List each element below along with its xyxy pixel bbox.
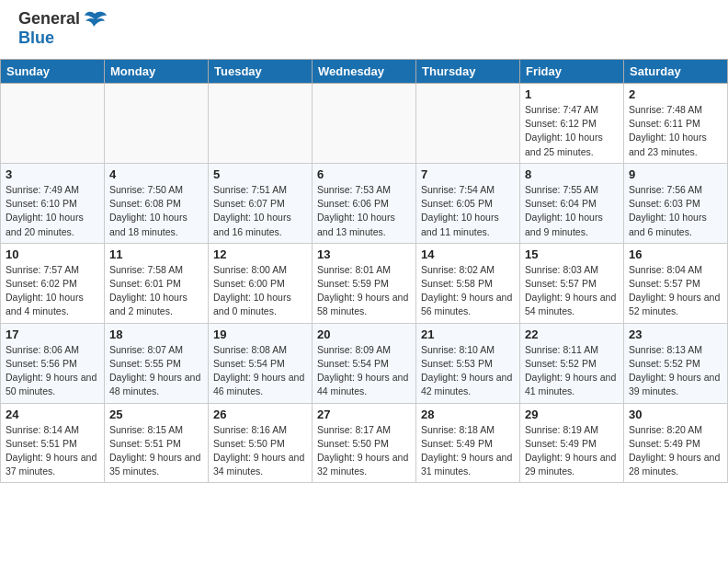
day-number: 11 [109, 247, 203, 261]
day-number: 29 [525, 408, 619, 421]
day-number: 6 [317, 167, 411, 181]
day-number: 15 [525, 247, 619, 261]
calendar-cell: 6Sunrise: 7:53 AM Sunset: 6:06 PM Daylig… [313, 163, 416, 243]
calendar-cell: 20Sunrise: 8:09 AM Sunset: 5:54 PM Dayli… [313, 323, 416, 403]
day-number: 13 [317, 247, 411, 261]
day-info: Sunrise: 8:01 AM Sunset: 5:59 PM Dayligh… [317, 263, 411, 319]
col-header-sunday: Sunday [1, 60, 105, 84]
col-header-wednesday: Wednesday [313, 60, 416, 84]
day-number: 2 [629, 87, 722, 101]
calendar-cell: 2Sunrise: 7:48 AM Sunset: 6:11 PM Daylig… [624, 84, 728, 164]
day-info: Sunrise: 8:19 AM Sunset: 5:49 PM Dayligh… [525, 423, 619, 479]
col-header-saturday: Saturday [624, 60, 728, 84]
day-number: 27 [317, 408, 411, 421]
day-number: 17 [6, 327, 99, 341]
day-info: Sunrise: 8:00 AM Sunset: 6:00 PM Dayligh… [213, 263, 307, 319]
logo-general-text: General [18, 9, 80, 29]
day-number: 14 [421, 247, 515, 261]
day-info: Sunrise: 7:54 AM Sunset: 6:05 PM Dayligh… [421, 183, 515, 239]
day-number: 12 [213, 247, 307, 261]
day-number: 23 [629, 327, 722, 341]
calendar-cell: 10Sunrise: 7:57 AM Sunset: 6:02 PM Dayli… [1, 243, 105, 323]
calendar-cell: 1Sunrise: 7:47 AM Sunset: 6:12 PM Daylig… [520, 84, 624, 164]
calendar-cell [105, 84, 209, 164]
week-row-4: 17Sunrise: 8:06 AM Sunset: 5:56 PM Dayli… [1, 323, 728, 403]
day-info: Sunrise: 7:50 AM Sunset: 6:08 PM Dayligh… [109, 183, 203, 239]
day-number: 3 [6, 167, 99, 181]
day-number: 5 [213, 167, 307, 181]
day-number: 20 [317, 327, 411, 341]
calendar-cell: 17Sunrise: 8:06 AM Sunset: 5:56 PM Dayli… [1, 323, 105, 403]
day-info: Sunrise: 8:10 AM Sunset: 5:53 PM Dayligh… [421, 343, 515, 399]
day-number: 19 [213, 327, 307, 341]
calendar-cell [1, 84, 105, 164]
calendar-cell: 21Sunrise: 8:10 AM Sunset: 5:53 PM Dayli… [416, 323, 520, 403]
calendar-cell: 8Sunrise: 7:55 AM Sunset: 6:04 PM Daylig… [520, 163, 624, 243]
day-info: Sunrise: 8:06 AM Sunset: 5:56 PM Dayligh… [6, 343, 99, 399]
day-number: 25 [109, 408, 203, 421]
day-number: 30 [629, 408, 722, 421]
calendar-cell: 13Sunrise: 8:01 AM Sunset: 5:59 PM Dayli… [313, 243, 416, 323]
calendar-cell: 24Sunrise: 8:14 AM Sunset: 5:51 PM Dayli… [1, 403, 105, 483]
day-info: Sunrise: 7:58 AM Sunset: 6:01 PM Dayligh… [109, 263, 203, 319]
day-info: Sunrise: 8:20 AM Sunset: 5:49 PM Dayligh… [629, 423, 722, 479]
day-info: Sunrise: 8:15 AM Sunset: 5:51 PM Dayligh… [109, 423, 203, 479]
col-header-friday: Friday [520, 60, 624, 84]
calendar-cell: 29Sunrise: 8:19 AM Sunset: 5:49 PM Dayli… [520, 403, 624, 483]
calendar-cell [209, 84, 313, 164]
week-row-3: 10Sunrise: 7:57 AM Sunset: 6:02 PM Dayli… [1, 243, 728, 323]
day-number: 16 [629, 247, 722, 261]
day-number: 26 [213, 408, 307, 421]
calendar-cell [313, 84, 416, 164]
calendar-cell: 25Sunrise: 8:15 AM Sunset: 5:51 PM Dayli… [105, 403, 209, 483]
day-number: 1 [525, 87, 619, 101]
day-info: Sunrise: 8:18 AM Sunset: 5:49 PM Dayligh… [421, 423, 515, 479]
day-info: Sunrise: 8:16 AM Sunset: 5:50 PM Dayligh… [213, 423, 307, 479]
day-info: Sunrise: 8:08 AM Sunset: 5:54 PM Dayligh… [213, 343, 307, 399]
logo: General Blue [18, 9, 108, 48]
day-info: Sunrise: 7:57 AM Sunset: 6:02 PM Dayligh… [6, 263, 99, 319]
location [0, 52, 728, 59]
calendar-cell: 19Sunrise: 8:08 AM Sunset: 5:54 PM Dayli… [209, 323, 313, 403]
day-info: Sunrise: 8:14 AM Sunset: 5:51 PM Dayligh… [6, 423, 99, 479]
day-info: Sunrise: 8:09 AM Sunset: 5:54 PM Dayligh… [317, 343, 411, 399]
week-row-1: 1Sunrise: 7:47 AM Sunset: 6:12 PM Daylig… [1, 84, 728, 164]
col-header-tuesday: Tuesday [209, 60, 313, 84]
day-info: Sunrise: 8:13 AM Sunset: 5:52 PM Dayligh… [629, 343, 722, 399]
calendar-cell: 30Sunrise: 8:20 AM Sunset: 5:49 PM Dayli… [624, 403, 728, 483]
header: General Blue [0, 0, 728, 52]
calendar-cell: 16Sunrise: 8:04 AM Sunset: 5:57 PM Dayli… [624, 243, 728, 323]
calendar-cell: 3Sunrise: 7:49 AM Sunset: 6:10 PM Daylig… [1, 163, 105, 243]
calendar-cell: 27Sunrise: 8:17 AM Sunset: 5:50 PM Dayli… [313, 403, 416, 483]
day-number: 4 [109, 167, 203, 181]
day-info: Sunrise: 8:07 AM Sunset: 5:55 PM Dayligh… [109, 343, 203, 399]
calendar-cell: 14Sunrise: 8:02 AM Sunset: 5:58 PM Dayli… [416, 243, 520, 323]
day-number: 24 [6, 408, 99, 421]
day-number: 28 [421, 408, 515, 421]
day-info: Sunrise: 7:49 AM Sunset: 6:10 PM Dayligh… [6, 183, 99, 239]
calendar-table: SundayMondayTuesdayWednesdayThursdayFrid… [0, 59, 728, 483]
day-number: 21 [421, 327, 515, 341]
calendar-cell: 22Sunrise: 8:11 AM Sunset: 5:52 PM Dayli… [520, 323, 624, 403]
day-number: 18 [109, 327, 203, 341]
week-row-5: 24Sunrise: 8:14 AM Sunset: 5:51 PM Dayli… [1, 403, 728, 483]
calendar-cell: 28Sunrise: 8:18 AM Sunset: 5:49 PM Dayli… [416, 403, 520, 483]
calendar-cell: 9Sunrise: 7:56 AM Sunset: 6:03 PM Daylig… [624, 163, 728, 243]
day-info: Sunrise: 7:53 AM Sunset: 6:06 PM Dayligh… [317, 183, 411, 239]
calendar-cell: 12Sunrise: 8:00 AM Sunset: 6:00 PM Dayli… [209, 243, 313, 323]
day-info: Sunrise: 8:04 AM Sunset: 5:57 PM Dayligh… [629, 263, 722, 319]
calendar-cell: 7Sunrise: 7:54 AM Sunset: 6:05 PM Daylig… [416, 163, 520, 243]
day-info: Sunrise: 7:55 AM Sunset: 6:04 PM Dayligh… [525, 183, 619, 239]
day-number: 10 [6, 247, 99, 261]
col-header-thursday: Thursday [416, 60, 520, 84]
day-info: Sunrise: 7:48 AM Sunset: 6:11 PM Dayligh… [629, 103, 722, 159]
calendar-cell [416, 84, 520, 164]
calendar-cell: 11Sunrise: 7:58 AM Sunset: 6:01 PM Dayli… [105, 243, 209, 323]
col-header-monday: Monday [105, 60, 209, 84]
day-info: Sunrise: 7:47 AM Sunset: 6:12 PM Dayligh… [525, 103, 619, 159]
calendar-cell: 23Sunrise: 8:13 AM Sunset: 5:52 PM Dayli… [624, 323, 728, 403]
day-number: 7 [421, 167, 515, 181]
day-number: 9 [629, 167, 722, 181]
calendar-cell: 15Sunrise: 8:03 AM Sunset: 5:57 PM Dayli… [520, 243, 624, 323]
day-info: Sunrise: 8:02 AM Sunset: 5:58 PM Dayligh… [421, 263, 515, 319]
